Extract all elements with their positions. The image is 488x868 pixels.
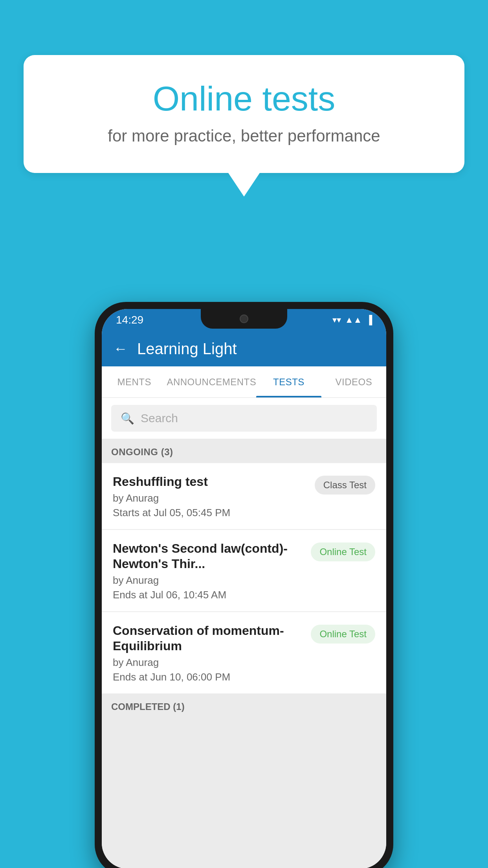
tab-announcements[interactable]: ANNOUNCEMENTS bbox=[167, 366, 256, 397]
test-date: Ends at Jul 06, 10:45 AM bbox=[113, 589, 303, 601]
test-item-left: Newton's Second law(contd)-Newton's Thir… bbox=[113, 541, 311, 601]
completed-section-header: COMPLETED (1) bbox=[102, 694, 386, 718]
test-name: Reshuffling test bbox=[113, 474, 307, 489]
test-item[interactable]: Newton's Second law(contd)-Newton's Thir… bbox=[102, 530, 386, 611]
app-title: Learning Light bbox=[137, 340, 237, 358]
tabs-bar: MENTS ANNOUNCEMENTS TESTS VIDEOS bbox=[102, 366, 386, 398]
bubble-title: Online tests bbox=[55, 79, 433, 119]
status-icons: ▾▾ ▲▲ ▐ bbox=[332, 315, 372, 325]
test-author: by Anurag bbox=[113, 492, 307, 504]
phone-screen: 14:29 ▾▾ ▲▲ ▐ ← Learning Light MENTS ANN… bbox=[102, 309, 386, 868]
battery-icon: ▐ bbox=[366, 315, 372, 325]
badge-class-test: Class Test bbox=[315, 476, 375, 495]
test-date: Starts at Jul 05, 05:45 PM bbox=[113, 507, 307, 519]
test-item[interactable]: Conservation of momentum-Equilibrium by … bbox=[102, 612, 386, 693]
test-author: by Anurag bbox=[113, 574, 303, 587]
search-container: 🔍 Search bbox=[102, 398, 386, 439]
test-author: by Anurag bbox=[113, 657, 303, 669]
tab-videos[interactable]: VIDEOS bbox=[321, 366, 386, 397]
test-name: Conservation of momentum-Equilibrium bbox=[113, 623, 303, 653]
test-date: Ends at Jun 10, 06:00 PM bbox=[113, 671, 303, 683]
phone-notch bbox=[201, 309, 287, 329]
test-item[interactable]: Reshuffling test by Anurag Starts at Jul… bbox=[102, 463, 386, 529]
speech-bubble-container: Online tests for more practice, better p… bbox=[24, 55, 464, 197]
status-time: 14:29 bbox=[116, 314, 143, 326]
bubble-arrow bbox=[228, 173, 260, 197]
content-area: ONGOING (3) Reshuffling test by Anurag S… bbox=[102, 439, 386, 868]
search-icon: 🔍 bbox=[121, 412, 134, 425]
search-placeholder: Search bbox=[141, 412, 178, 425]
test-item-left: Reshuffling test by Anurag Starts at Jul… bbox=[113, 474, 315, 519]
wifi-icon: ▾▾ bbox=[332, 315, 341, 325]
bubble-subtitle: for more practice, better performance bbox=[55, 127, 433, 145]
speech-bubble: Online tests for more practice, better p… bbox=[24, 55, 464, 173]
completed-title: COMPLETED (1) bbox=[111, 701, 185, 712]
phone-camera bbox=[240, 314, 248, 323]
search-box[interactable]: 🔍 Search bbox=[111, 405, 377, 432]
ongoing-title: ONGOING (3) bbox=[111, 447, 173, 457]
phone-frame: 14:29 ▾▾ ▲▲ ▐ ← Learning Light MENTS ANN… bbox=[95, 302, 393, 868]
badge-online-test: Online Test bbox=[311, 542, 375, 561]
back-button[interactable]: ← bbox=[114, 340, 128, 357]
badge-online-test-2: Online Test bbox=[311, 625, 375, 644]
tab-ments[interactable]: MENTS bbox=[102, 366, 167, 397]
ongoing-section-header: ONGOING (3) bbox=[102, 439, 386, 463]
tab-tests[interactable]: TESTS bbox=[256, 366, 321, 397]
test-item-left: Conservation of momentum-Equilibrium by … bbox=[113, 623, 311, 683]
test-name: Newton's Second law(contd)-Newton's Thir… bbox=[113, 541, 303, 571]
signal-icon: ▲▲ bbox=[345, 315, 362, 325]
app-bar: ← Learning Light bbox=[102, 331, 386, 366]
